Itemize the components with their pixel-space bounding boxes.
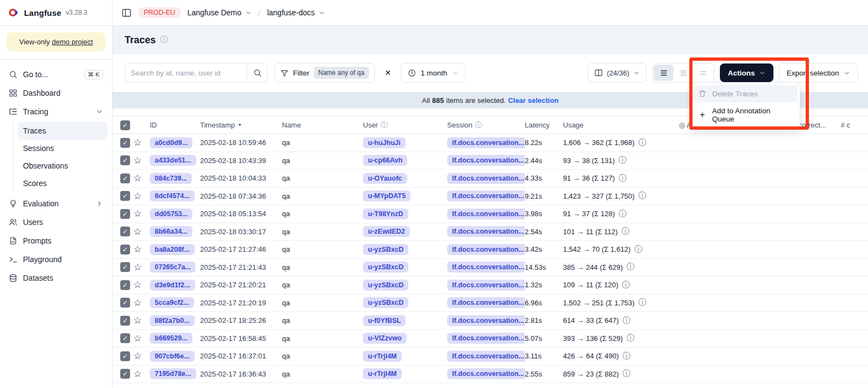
sidebar-item-playground[interactable]: Playground <box>4 250 108 269</box>
row-checkbox[interactable]: ✓ <box>120 245 130 254</box>
session-badge[interactable]: lf.docs.conversation... <box>447 244 525 255</box>
column-header-usage[interactable]: Usage <box>563 121 679 129</box>
session-badge[interactable]: lf.docs.conversation... <box>447 173 525 184</box>
row-checkbox[interactable]: ✓ <box>120 316 130 326</box>
user-badge[interactable]: u-MYpDAT5 <box>363 190 410 201</box>
select-all-checkbox[interactable]: ✓ <box>120 120 130 130</box>
row-height-large-button[interactable] <box>693 65 713 81</box>
star-icon[interactable]: ☆ <box>133 173 150 183</box>
row-checkbox[interactable]: ✓ <box>120 351 130 361</box>
row-checkbox[interactable]: ✓ <box>120 333 130 343</box>
usage-info-icon[interactable]: ⓘ <box>623 369 630 379</box>
star-icon[interactable]: ☆ <box>133 138 150 147</box>
row-checkbox[interactable]: ✓ <box>120 227 130 236</box>
row-checkbox[interactable]: ✓ <box>120 191 130 201</box>
usage-info-icon[interactable]: ⓘ <box>619 209 626 219</box>
trace-id-badge[interactable]: 8b66a34... <box>150 226 192 237</box>
sidebar-item-prompts[interactable]: Prompts <box>4 231 108 250</box>
sidebar-item-users[interactable]: Users <box>4 213 108 231</box>
actions-button[interactable]: Actions <box>720 63 773 82</box>
star-icon[interactable]: ☆ <box>133 245 150 254</box>
user-badge[interactable]: u-VIZzvwo <box>363 333 407 344</box>
sidebar-item-dashboard[interactable]: Dashboard <box>4 84 108 102</box>
row-checkbox[interactable]: ✓ <box>120 138 130 148</box>
session-badge[interactable]: lf.docs.conversation... <box>447 155 525 166</box>
project-selector[interactable]: langfuse-docs <box>267 8 325 17</box>
sidebar-item-datasets[interactable]: Datasets <box>4 269 108 287</box>
row-height-medium-button[interactable] <box>673 65 693 81</box>
row-checkbox[interactable]: ✓ <box>120 155 130 165</box>
sidebar-item-goto[interactable]: Go to... ⌘ K <box>4 65 108 84</box>
user-badge[interactable]: u-rTrjl4M <box>363 368 402 379</box>
clear-selection-link[interactable]: Clear selection <box>508 96 559 105</box>
org-selector[interactable]: Langfuse Demo <box>187 8 252 17</box>
column-header-session[interactable]: Sessionⓘ <box>447 120 525 130</box>
trace-id-badge[interactable]: 88f2a7b0... <box>150 315 195 326</box>
trace-id-badge[interactable]: 8dcf4574... <box>150 190 195 201</box>
user-badge[interactable]: u-zEwdED2 <box>363 226 410 237</box>
user-badge[interactable]: u-yzSBxcD <box>363 297 408 308</box>
sidebar-item-evaluation[interactable]: Evaluation <box>4 194 108 213</box>
row-checkbox[interactable]: ✓ <box>120 209 130 219</box>
usage-info-icon[interactable]: ⓘ <box>638 298 646 308</box>
trace-id-badge[interactable]: dd05753... <box>150 209 192 219</box>
sidebar-item-tracing[interactable]: Tracing <box>4 102 108 121</box>
trace-id-badge[interactable]: 07265c7a... <box>150 262 196 273</box>
trace-id-badge[interactable]: ba8a208f... <box>150 244 195 255</box>
user-badge[interactable]: u-f0YfBSL <box>363 315 406 326</box>
user-badge[interactable]: u-cp66Avh <box>363 155 407 166</box>
user-badge[interactable]: u-yzSBxcD <box>363 262 408 273</box>
star-icon[interactable]: ☆ <box>133 351 150 361</box>
menu-item-add-to-annotation-queue[interactable]: + Add to Annotation Queue <box>694 102 797 128</box>
usage-info-icon[interactable]: ⓘ <box>623 316 630 326</box>
usage-info-icon[interactable]: ⓘ <box>619 155 626 165</box>
trace-id-badge[interactable]: a0cd0d9... <box>150 137 192 148</box>
session-badge[interactable]: lf.docs.conversation... <box>447 137 525 148</box>
session-badge[interactable]: lf.docs.conversation... <box>447 226 525 237</box>
user-badge[interactable]: u-yzSBxcD <box>363 280 408 291</box>
trace-id-badge[interactable]: b669529... <box>150 333 192 344</box>
user-badge[interactable]: u-huJhuJi <box>363 137 406 148</box>
session-badge[interactable]: lf.docs.conversation... <box>447 368 525 379</box>
trace-id-badge[interactable]: a433de51... <box>150 155 196 166</box>
menu-item-delete-traces[interactable]: Delete Traces <box>694 85 797 102</box>
export-selection-button[interactable]: Export selection <box>779 63 858 83</box>
demo-project-link[interactable]: demo project <box>52 38 93 46</box>
user-badge[interactable]: u-T98YnzD <box>363 209 408 219</box>
row-checkbox[interactable]: ✓ <box>120 173 130 183</box>
star-icon[interactable]: ☆ <box>133 209 150 218</box>
column-header-user[interactable]: Userⓘ <box>363 120 447 130</box>
time-range-button[interactable]: 1 month <box>401 63 466 83</box>
clear-filter-icon[interactable]: ✕ <box>383 66 394 79</box>
trace-id-badge[interactable]: 5cca9cf2... <box>150 297 194 308</box>
column-header-timestamp[interactable]: Timestamp▼ <box>200 121 282 129</box>
star-icon[interactable]: ☆ <box>133 156 150 165</box>
sidebar-toggle-icon[interactable] <box>121 8 132 18</box>
session-badge[interactable]: lf.docs.conversation... <box>447 280 525 291</box>
trace-id-badge[interactable]: 7195d78e... <box>150 368 196 379</box>
row-checkbox[interactable]: ✓ <box>120 369 130 379</box>
trace-id-badge[interactable]: 084c739... <box>150 173 192 184</box>
column-header-name[interactable]: Name <box>282 121 363 129</box>
session-badge[interactable]: lf.docs.conversation... <box>447 351 525 362</box>
star-icon[interactable]: ☆ <box>133 263 150 272</box>
sidebar-item-sessions[interactable]: Sessions <box>17 140 108 157</box>
sidebar-item-scores[interactable]: Scores <box>17 175 108 192</box>
session-badge[interactable]: lf.docs.conversation... <box>447 262 525 273</box>
session-badge[interactable]: lf.docs.conversation... <box>447 315 525 326</box>
star-icon[interactable]: ☆ <box>133 280 150 289</box>
usage-info-icon[interactable]: ⓘ <box>638 191 646 201</box>
usage-info-icon[interactable]: ⓘ <box>623 351 630 361</box>
star-icon[interactable]: ☆ <box>133 227 150 236</box>
columns-button[interactable]: (24/36) <box>588 63 647 83</box>
user-badge[interactable]: u-yzSBxcD <box>363 244 408 255</box>
column-header-extra[interactable]: # c <box>841 121 863 129</box>
row-checkbox[interactable]: ✓ <box>120 280 130 290</box>
row-checkbox[interactable]: ✓ <box>120 262 130 272</box>
search-icon[interactable] <box>247 63 267 83</box>
usage-info-icon[interactable]: ⓘ <box>619 173 626 183</box>
star-icon[interactable]: ☆ <box>133 192 150 201</box>
user-badge[interactable]: u-rTrjl4M <box>363 351 402 362</box>
row-checkbox[interactable]: ✓ <box>120 298 130 308</box>
trace-id-badge[interactable]: d3e9d1f2... <box>150 280 195 291</box>
